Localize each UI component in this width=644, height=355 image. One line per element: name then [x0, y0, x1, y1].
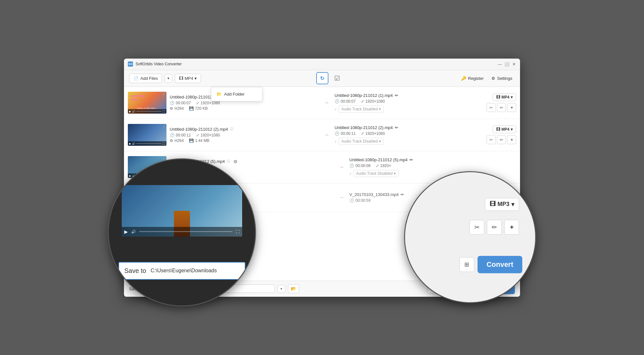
- output-info-3: Untitled-1080p-211012 (5).mp4 ✏ 🕐 00:00:…: [349, 157, 513, 177]
- add-file-icon: 📄: [133, 76, 138, 81]
- edit-icon-3[interactable]: ✏: [410, 157, 413, 162]
- bottom-bar: Save to ▾ 📂 📅 Open. ▾ ⊞ Convert: [124, 281, 520, 297]
- register-button[interactable]: 🔑 Register: [459, 74, 486, 83]
- codec-icon-2: ⚙: [170, 138, 173, 143]
- open-dropdown-button[interactable]: ▾: [456, 285, 464, 293]
- table-row: ▶ 🔊 ⛶ ⋮ Untitled-1080p-211012 (2).mp4 ⓘ …: [124, 119, 520, 151]
- table-row: ▶ 🔊 ⛶ ⋮ ntitled-1080p-211012 (5).mp4 ⓘ ⚙…: [124, 151, 520, 183]
- cut-button-2[interactable]: ✂: [487, 135, 496, 144]
- add-files-button[interactable]: 📄 Add Files: [129, 74, 162, 83]
- fullscreen-icon-3[interactable]: ⛶: [163, 174, 165, 177]
- clock-icon-2: 🕐: [170, 133, 175, 137]
- output-info-2: Untitled-1080p-211012 (2).mp4 ✏ 🕐 00:00:…: [335, 125, 483, 145]
- storage-icon-2: 💾: [189, 138, 194, 143]
- play-icon-2[interactable]: ▶: [129, 142, 131, 145]
- settings-icon: ⚙: [491, 76, 495, 81]
- gear-settings-icon[interactable]: ⚙: [233, 159, 238, 164]
- resize-icon-2: ⤢: [196, 133, 199, 137]
- title-bar: SO SoftOrbits Video Converter — ⬜ ✕: [124, 59, 520, 70]
- volume-icon-2[interactable]: 🔊: [132, 142, 135, 145]
- info-icon-2[interactable]: ⓘ: [230, 127, 233, 132]
- audio-chevron-icon-3: ▾: [394, 171, 396, 176]
- fullscreen-icon[interactable]: ⛶: [163, 110, 165, 113]
- add-files-dropdown[interactable]: ▾: [165, 74, 172, 83]
- key-icon: 🔑: [461, 76, 466, 81]
- thumbnail-1: DownloadNOW Using a link belo... ▶ 🔊 ⛶ ⋮: [128, 92, 166, 114]
- arrow-3: →: [336, 164, 346, 171]
- cut-button-1[interactable]: ✂: [487, 103, 496, 112]
- edit-button-1[interactable]: ✏: [497, 103, 506, 112]
- output-format-2[interactable]: 🎞 MP4 ▾: [493, 126, 516, 133]
- browse-folder-button[interactable]: 📂: [288, 284, 299, 293]
- format-chevron-icon-2: ▾: [511, 127, 513, 132]
- resize-icon-out: ⤢: [361, 99, 364, 104]
- play-icon-3[interactable]: ▶: [129, 174, 131, 177]
- clock-icon-out: 🕐: [335, 99, 339, 104]
- file-name-text-2: Untitled-1080p-211012 (2).mp4: [170, 127, 228, 132]
- output-format-1[interactable]: 🎞 MP4 ▾: [493, 93, 516, 101]
- format-selector[interactable]: 🎞 MP4 ▾: [175, 74, 201, 83]
- output-controls-1: 🎞 MP4 ▾ ✂ ✏ ✦: [487, 93, 516, 112]
- file-info-3: ntitled-1080p-211012 (5).mp4 ⓘ ⚙ 🕐 00:08…: [170, 159, 333, 175]
- path-dropdown-button[interactable]: ▾: [278, 285, 285, 293]
- info-icon-3[interactable]: ⓘ: [227, 159, 230, 164]
- file-name-text-4: 3_130433.mp4: [170, 190, 198, 194]
- convert-button[interactable]: Convert: [478, 284, 515, 294]
- edit-button-2[interactable]: ✏: [497, 135, 506, 144]
- audio-note-icon-2: ♪: [335, 139, 336, 144]
- edit-icon-2[interactable]: ✏: [395, 125, 398, 130]
- arrow-1: →: [322, 99, 331, 106]
- save-to-label: Save to: [129, 286, 143, 291]
- fullscreen-icon-2[interactable]: ⛶: [163, 142, 165, 145]
- more-options-icon[interactable]: ⋮: [162, 93, 166, 96]
- open-button[interactable]: 📅 Open.: [427, 284, 453, 294]
- edit-icon[interactable]: ✏: [395, 93, 398, 98]
- play-icon[interactable]: ▶: [129, 110, 131, 113]
- settings-button[interactable]: ⚙ Settings: [489, 74, 515, 83]
- maximize-button[interactable]: ⬜: [505, 62, 509, 66]
- save-path-input[interactable]: [146, 285, 275, 293]
- wand-button-1[interactable]: ✦: [507, 103, 516, 112]
- file-name-text-3: ntitled-1080p-211012 (5).mp4: [170, 159, 225, 164]
- more-icon-3[interactable]: ⋮: [162, 157, 166, 161]
- clock-out-2: 🕐: [335, 131, 339, 136]
- volume-icon[interactable]: 🔊: [132, 110, 135, 113]
- thumbnail-2: ▶ 🔊 ⛶ ⋮: [128, 124, 166, 146]
- action-buttons-2: ✂ ✏ ✦: [487, 135, 516, 144]
- resize-icon-4: ⤢: [170, 196, 173, 200]
- output-controls-2: 🎞 MP4 ▾ ✂ ✏ ✦: [487, 126, 516, 144]
- grid-button[interactable]: ⊞: [466, 284, 476, 294]
- action-buttons-1: ✂ ✏ ✦: [487, 103, 516, 112]
- output-info-1: Untitled-1080p-211012 (1).mp4 ✏ 🕐 00:00:…: [335, 93, 483, 113]
- app-icon: SO: [128, 61, 133, 67]
- audio-track-dropdown-3[interactable]: Audio Track Disabled ▾: [353, 170, 399, 177]
- clock-icon: 🕐: [170, 101, 175, 105]
- audio-chevron-icon-2: ▾: [379, 139, 381, 144]
- minimize-button[interactable]: —: [497, 62, 502, 66]
- format-chevron-icon: ▾: [194, 76, 197, 81]
- format-chevron-icon: ▾: [511, 95, 513, 99]
- play-icon-4[interactable]: ▶: [129, 205, 131, 208]
- check-button[interactable]: ☑: [331, 72, 343, 84]
- wand-button-2[interactable]: ✦: [507, 135, 516, 144]
- volume-icon-3[interactable]: 🔊: [132, 174, 135, 177]
- resize-icon: ⤢: [196, 101, 199, 105]
- storage-icon-4: 💾: [170, 201, 175, 206]
- edit-icon-4[interactable]: ✏: [401, 192, 404, 197]
- audio-track-dropdown-1[interactable]: Audio Track Disabled ▾: [338, 106, 384, 113]
- toolbar: 📄 Add Files ▾ 🎞 MP4 ▾ ↻ ☑ 🔑 Register ⚙ S…: [124, 70, 520, 87]
- refresh-button[interactable]: ↻: [316, 72, 328, 84]
- close-button[interactable]: ✕: [512, 62, 516, 66]
- check-icon: ☑: [334, 74, 340, 82]
- add-folder-item[interactable]: 📁 Add Folder: [211, 89, 262, 99]
- info-icon-4[interactable]: ⓘ: [200, 190, 203, 194]
- resize-out-2: ⤢: [361, 131, 364, 136]
- volume-icon-4[interactable]: 🔊: [132, 205, 135, 208]
- audio-track-dropdown-2[interactable]: Audio Track Disabled ▾: [338, 138, 384, 145]
- clock-out-3: 🕐: [349, 163, 354, 168]
- fullscreen-icon-4[interactable]: ⛶: [163, 205, 165, 208]
- table-row: DownloadNOW Using a link belo... ▶ 🔊 ⛶ ⋮…: [124, 87, 520, 119]
- more-icon-2[interactable]: ⋮: [162, 125, 166, 128]
- file-info-4: 3_130433.mp4 ⓘ ⤢ 1920×1088 💾 121.89 MB: [170, 190, 333, 206]
- table-row: ▶ 🔊 ⛶ 3_130433.mp4 ⓘ ⤢ 1920×1088: [124, 183, 520, 212]
